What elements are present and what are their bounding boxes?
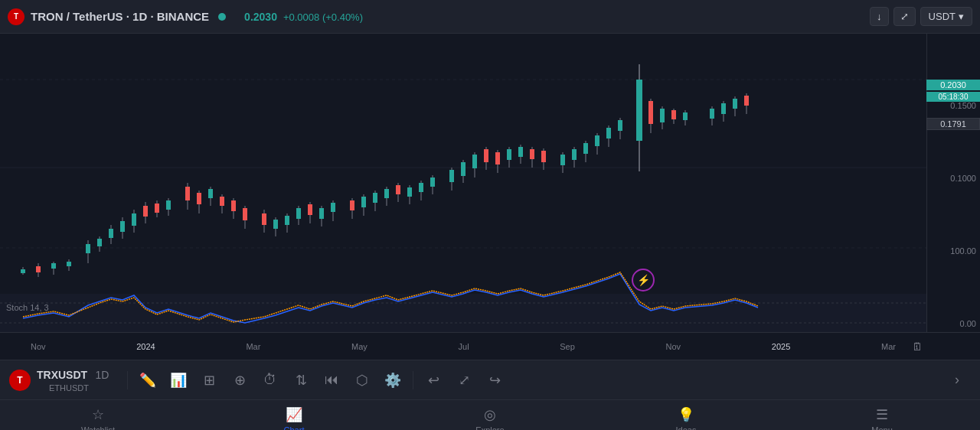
- price-label-0.15: 0.1500: [931, 101, 976, 110]
- currency-button[interactable]: USDT ▾: [920, 7, 972, 26]
- svg-rect-64: [396, 185, 400, 194]
- svg-rect-54: [331, 203, 335, 212]
- svg-rect-70: [430, 178, 435, 187]
- clock-button[interactable]: ⏱: [256, 366, 284, 394]
- svg-rect-80: [495, 152, 500, 165]
- compare-button[interactable]: ⤢: [893, 7, 916, 26]
- sub-ticker: ETHUSDT: [37, 382, 109, 393]
- price-info: 0.2030 +0.0008 (+0.40%): [244, 11, 363, 23]
- svg-rect-72: [449, 170, 454, 182]
- symbol-timeframe: 1D: [96, 369, 109, 381]
- toolbar-separator-1: [127, 371, 128, 389]
- svg-rect-18: [109, 229, 113, 238]
- svg-rect-22: [132, 213, 136, 226]
- time-label-jul: Jul: [459, 342, 469, 351]
- svg-rect-106: [660, 109, 665, 122]
- svg-rect-92: [572, 149, 577, 160]
- tron-logo: T: [8, 8, 24, 25]
- time-label-2024: 2024: [136, 342, 155, 351]
- header: T TRON / TetherUS · 1D · BINANCE 0.2030 …: [0, 0, 980, 34]
- nav-menu[interactable]: ☰ Menu: [784, 402, 980, 430]
- price-axis: 0.1500 0.1000 100.00 0.00: [926, 34, 980, 332]
- svg-rect-94: [583, 143, 588, 154]
- svg-rect-116: [733, 99, 737, 109]
- svg-rect-66: [407, 187, 412, 197]
- bottom-nav: ☆ Watchlist 📈 Chart ◎ Explore 💡 Ideas ☰ …: [0, 399, 980, 430]
- nav-ideas[interactable]: 💡 Ideas: [588, 402, 784, 430]
- svg-rect-68: [419, 183, 423, 192]
- svg-rect-110: [683, 112, 688, 120]
- svg-rect-98: [606, 128, 611, 138]
- svg-rect-28: [166, 200, 171, 210]
- svg-rect-96: [595, 135, 599, 146]
- depth-button[interactable]: ⇅: [287, 366, 315, 394]
- header-left: T TRON / TetherUS · 1D · BINANCE 0.2030 …: [8, 8, 870, 25]
- stoch-indicator-label: Stoch 14, 3: [6, 303, 49, 312]
- svg-rect-26: [155, 204, 159, 213]
- svg-rect-100: [618, 120, 622, 131]
- pair-title: TRON / TetherUS · 1D · BINANCE: [31, 10, 209, 23]
- explore-label: Explore: [475, 425, 504, 430]
- svg-rect-34: [208, 189, 213, 198]
- ideas-label: Ideas: [676, 425, 697, 430]
- live-indicator: [218, 13, 226, 21]
- menu-icon: ☰: [876, 406, 888, 423]
- layers-button[interactable]: ⬡: [348, 366, 376, 394]
- price-change: +0.0008 (+0.40%): [283, 11, 363, 23]
- draw-button[interactable]: ✏️: [134, 366, 162, 394]
- svg-rect-114: [721, 103, 726, 114]
- svg-rect-46: [285, 216, 289, 225]
- time-labels: Nov 2024 Mar May Jul Sep Nov 2025 Mar: [31, 342, 896, 351]
- price-label-0.10: 0.1000: [931, 174, 976, 183]
- price-chart: ⚡: [0, 34, 926, 332]
- indicators-button[interactable]: 📊: [165, 366, 192, 394]
- price-label-stoch-100: 100.00: [931, 246, 976, 256]
- svg-rect-36: [220, 197, 224, 206]
- header-right: ↓ ⤢ USDT ▾: [870, 7, 972, 26]
- time-label-nov: Nov: [31, 342, 46, 351]
- filter-button[interactable]: ⚙️: [379, 366, 407, 394]
- current-price-time: 05:18:30: [926, 92, 980, 102]
- time-label-sep: Sep: [560, 342, 575, 351]
- svg-rect-40: [243, 208, 247, 220]
- nav-watchlist[interactable]: ☆ Watchlist: [0, 402, 196, 430]
- svg-rect-10: [51, 263, 56, 269]
- calendar-icon[interactable]: 🗓: [912, 340, 923, 353]
- add-button[interactable]: ⊕: [226, 366, 253, 394]
- chart-icon: 📈: [286, 406, 302, 423]
- svg-rect-118: [744, 96, 749, 106]
- chart-container: ⚡ 0.2030 05:18:30 0.1791 0.1500 0.1000 1…: [0, 34, 980, 332]
- nav-explore[interactable]: ◎ Explore: [392, 402, 588, 430]
- fullscreen-button[interactable]: ⤢: [450, 366, 478, 394]
- svg-rect-20: [120, 221, 125, 232]
- time-label-2025: 2025: [772, 342, 790, 351]
- currency-label: USDT: [929, 11, 956, 22]
- symbol-info: T TRXUSDT 1D ETHUSDT: [9, 368, 109, 393]
- svg-rect-24: [143, 206, 148, 217]
- svg-rect-32: [197, 193, 201, 204]
- symbol-name: TRXUSDT: [37, 369, 87, 381]
- replay-button[interactable]: ⏮: [318, 366, 345, 394]
- chart-label: Chart: [284, 425, 305, 430]
- download-button[interactable]: ↓: [870, 7, 889, 26]
- redo-button[interactable]: ↪: [481, 366, 508, 394]
- nav-chart[interactable]: 📈 Chart: [196, 402, 392, 430]
- svg-rect-42: [262, 213, 266, 225]
- watchlist-icon: ☆: [92, 406, 104, 423]
- price-level-badge: 0.1791: [926, 118, 980, 130]
- more-button[interactable]: ›: [943, 366, 971, 394]
- ideas-icon: 💡: [678, 406, 694, 423]
- time-label-may: May: [351, 342, 368, 351]
- time-label-nov2: Nov: [666, 342, 681, 351]
- currency-dropdown-icon: ▾: [959, 11, 964, 22]
- svg-rect-78: [484, 149, 488, 162]
- svg-rect-12: [67, 262, 71, 266]
- svg-rect-108: [671, 110, 676, 119]
- toolbar-separator-2: [413, 371, 413, 389]
- templates-button[interactable]: ⊞: [195, 366, 223, 394]
- undo-button[interactable]: ↩: [420, 366, 447, 394]
- svg-rect-76: [472, 155, 477, 168]
- svg-rect-44: [273, 220, 278, 229]
- svg-rect-16: [97, 239, 102, 246]
- svg-rect-50: [308, 204, 312, 215]
